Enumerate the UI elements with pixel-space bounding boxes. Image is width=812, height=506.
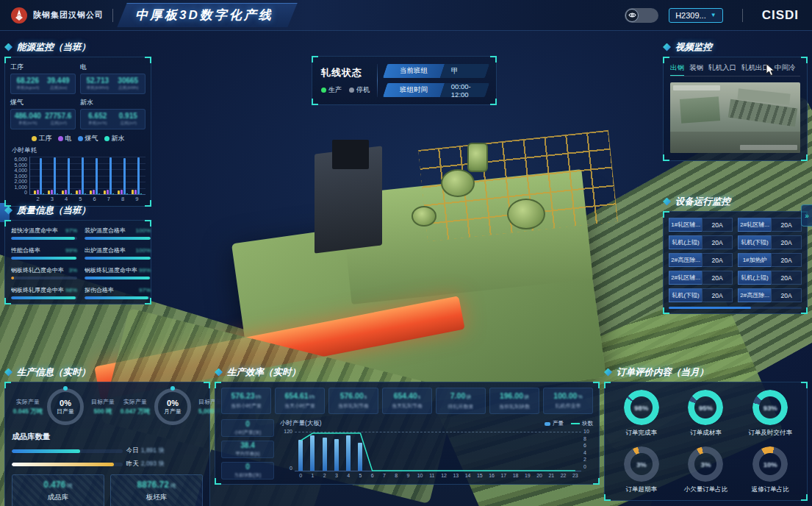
- efficiency-label: 轧机作业率: [545, 402, 591, 410]
- device-scrollbar-thumb[interactable]: [669, 307, 751, 309]
- gauge-value: 10%: [752, 446, 788, 482]
- production-line-select[interactable]: H2309... ▼: [669, 8, 723, 23]
- quality-head: 探伤合格率97%: [85, 286, 151, 294]
- energy-legend: 工序电煤气新水: [10, 134, 145, 143]
- quality-value: 99%: [139, 267, 151, 274]
- x-axis-tick: 9: [135, 196, 138, 202]
- energy-hourly-chart: 6,0005,0004,0003,0002,0001,0000: [10, 157, 145, 195]
- energy-value-label: 单耗(kgce/t): [14, 85, 41, 90]
- corner-bracket: [801, 307, 808, 314]
- production-gauges: 实际产量0.045 万吨0%日产量目标产量500 吨实际产量0.047 万吨0%…: [12, 388, 203, 425]
- y-axis-tick: 6,000: [10, 157, 27, 162]
- energy-cell: 0.915总耗(m³): [113, 112, 144, 126]
- status-row-value: 00:00-12:00: [440, 83, 489, 97]
- hour-axis-tick: 22: [558, 473, 570, 478]
- side-stat-value: 0: [245, 463, 250, 471]
- cctv-video-feed[interactable]: [670, 82, 800, 153]
- quality-bar-fill: [85, 277, 150, 279]
- visibility-toggle[interactable]: [625, 8, 658, 23]
- hour-axis-tick: 20: [533, 473, 545, 478]
- panel-title-icon: [215, 368, 223, 377]
- corner-bracket: [490, 56, 497, 63]
- efficiency-unit: s: [418, 394, 421, 399]
- quality-bar-track: [11, 296, 77, 299]
- bar: [132, 190, 134, 194]
- actual-output-block: 实际产量0.047 万吨: [119, 398, 151, 416]
- device-current-value: 20A: [771, 235, 802, 249]
- ring-percent: 0%: [167, 399, 179, 407]
- video-watermark-overlay: [740, 145, 797, 150]
- efficiency-value: 576.23t/h: [223, 391, 269, 400]
- vertical-divider: [377, 64, 378, 97]
- device-name: 1#加热炉: [738, 253, 771, 267]
- panel-title-icon: [604, 368, 612, 377]
- corner-bracket: [604, 494, 611, 501]
- line-status-title: 轧线状态: [321, 66, 370, 79]
- mill-drum: [441, 169, 475, 197]
- device-row: 1#加热炉20A: [738, 253, 802, 267]
- status-dot: [349, 88, 354, 93]
- bar-group: [48, 157, 58, 194]
- panel-title-video: 视频监控: [675, 41, 712, 54]
- quality-label: 探伤合格率: [85, 286, 114, 294]
- chart-legend-item: 块数: [571, 420, 593, 427]
- gridline: [295, 432, 581, 432]
- energy-value-label: 总耗(tce): [45, 85, 72, 90]
- energy-group: 电52.713单耗(kWh/t)30665总耗(kWh): [80, 63, 145, 94]
- bar-group: [90, 158, 100, 194]
- legend-label: 工序: [39, 134, 52, 143]
- bar: [68, 158, 70, 194]
- quality-metric-grid: 超快冷温度命中率97%装炉温度合格率100%性能合格率99%出炉温度合格率100…: [11, 227, 145, 299]
- company-logo-icon: [10, 7, 28, 24]
- x-axis-tick: 4: [65, 196, 68, 202]
- right-edge-collapse-tab[interactable]: »: [801, 204, 812, 227]
- chart-legend-item: 产量: [545, 420, 564, 427]
- hourly-chart-title: 小时产量(大板): [280, 419, 322, 428]
- quality-value: 97%: [65, 227, 77, 234]
- status-row-label: 班组时间: [383, 83, 445, 97]
- video-tab-中间冷[interactable]: 中间冷: [775, 63, 796, 73]
- production-gauge-group: 实际产量0.047 万吨0%月产量目标产量5,000 吨: [119, 388, 226, 425]
- energy-value-label: 总耗(m³): [115, 120, 142, 126]
- header-divider: [112, 9, 113, 22]
- double-chevron-right-icon: »: [805, 212, 809, 220]
- order-kpi-gauge: 3%小欠量订单占比: [675, 446, 737, 494]
- warehouse-value: 0.476吨: [15, 480, 101, 490]
- bar: [54, 157, 56, 194]
- device-current-value: 20A: [771, 218, 802, 232]
- panel-video-monitor: 视频监控 出钢装钢轧机入口轧机出口中间冷电加热: [663, 40, 808, 161]
- video-tab-装钢[interactable]: 装钢: [689, 63, 703, 73]
- quality-value: 97%: [139, 287, 151, 293]
- video-tab-出钢[interactable]: 出钢: [670, 63, 684, 73]
- energy-value: 27757.6: [43, 112, 74, 120]
- hour-axis-tick: 7: [378, 473, 390, 478]
- device-current-value: 20A: [702, 218, 733, 232]
- bar: [90, 190, 92, 194]
- quality-metric: 出炉温度合格率100%: [85, 246, 151, 260]
- mill-cylinder: [467, 143, 488, 172]
- device-current-value: 20A: [702, 253, 733, 267]
- efficiency-value: 7.00块: [438, 391, 484, 401]
- efficiency-label: 待轧坯数量: [438, 403, 484, 410]
- actual-output-label: 实际产量: [119, 398, 151, 406]
- bar: [123, 158, 126, 194]
- y-axis-tick: 3,000: [10, 174, 27, 179]
- energy-group: 煤气486.040单耗(m³/t)27757.6总耗(m³): [10, 98, 76, 129]
- video-tab-轧机入口[interactable]: 轧机入口: [708, 63, 736, 73]
- energy-groups: 工序68.226单耗(kgce/t)39.449总耗(tce)电52.713单耗…: [10, 63, 145, 129]
- quality-head: 性能合格率99%: [11, 246, 77, 254]
- energy-cell: 39.449总耗(tce): [43, 76, 74, 91]
- energy-cell: 27757.6总耗(m³): [43, 112, 74, 126]
- cisdi-logo: CISDI: [762, 8, 799, 23]
- hour-axis-tick: 12: [438, 473, 450, 478]
- efficiency-value: 100.00%: [545, 391, 591, 400]
- quality-head: 超快冷温度命中率97%: [11, 227, 77, 235]
- inventory-bar-fill: [12, 449, 80, 453]
- device-row: 轧机(下辊)20A: [738, 235, 802, 249]
- gauge-label: 订单及时交付率: [739, 429, 801, 438]
- chart-legend-label: 产量: [553, 420, 564, 427]
- energy-group-box: 6.652单耗(m³/t)0.915总耗(m³): [80, 109, 145, 129]
- quality-value: 99%: [65, 247, 77, 254]
- order-kpi-gauge: 10%返修订单占比: [739, 446, 801, 494]
- hour-bar: [358, 443, 362, 471]
